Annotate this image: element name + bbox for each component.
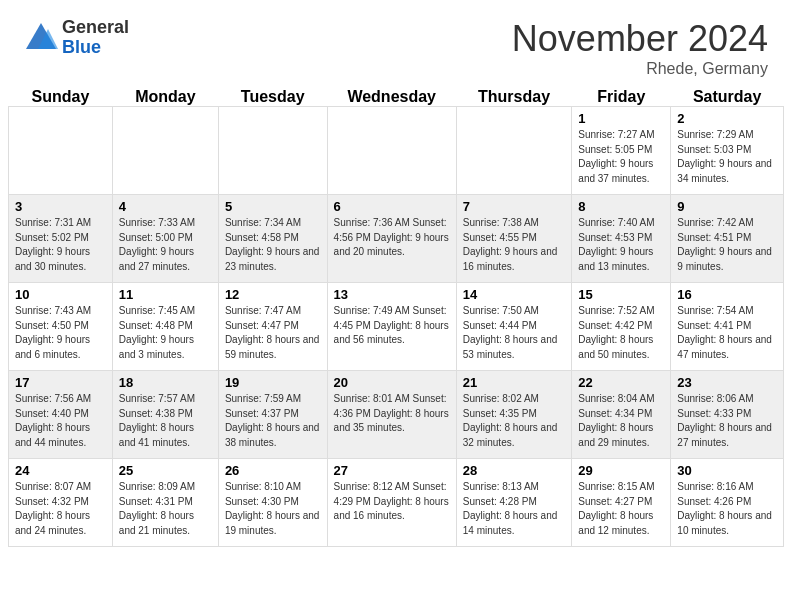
table-row: 26Sunrise: 8:10 AM Sunset: 4:30 PM Dayli…	[218, 459, 327, 547]
day-info: Sunrise: 7:52 AM Sunset: 4:42 PM Dayligh…	[578, 304, 664, 362]
day-number: 26	[225, 463, 321, 478]
title-block: November 2024 Rhede, Germany	[512, 18, 768, 78]
day-number: 23	[677, 375, 777, 390]
page-container: General Blue November 2024 Rhede, German…	[0, 0, 792, 567]
day-number: 18	[119, 375, 212, 390]
calendar-week-row: 10Sunrise: 7:43 AM Sunset: 4:50 PM Dayli…	[9, 283, 784, 371]
table-row: 4Sunrise: 7:33 AM Sunset: 5:00 PM Daylig…	[112, 195, 218, 283]
table-row: 2Sunrise: 7:29 AM Sunset: 5:03 PM Daylig…	[671, 107, 784, 195]
day-number: 24	[15, 463, 106, 478]
day-number: 6	[334, 199, 450, 214]
table-row: 27Sunrise: 8:12 AM Sunset: 4:29 PM Dayli…	[327, 459, 456, 547]
day-info: Sunrise: 7:31 AM Sunset: 5:02 PM Dayligh…	[15, 216, 106, 274]
table-row: 23Sunrise: 8:06 AM Sunset: 4:33 PM Dayli…	[671, 371, 784, 459]
day-number: 27	[334, 463, 450, 478]
day-info: Sunrise: 8:16 AM Sunset: 4:26 PM Dayligh…	[677, 480, 777, 538]
table-row: 10Sunrise: 7:43 AM Sunset: 4:50 PM Dayli…	[9, 283, 113, 371]
table-row: 1Sunrise: 7:27 AM Sunset: 5:05 PM Daylig…	[572, 107, 671, 195]
day-number: 17	[15, 375, 106, 390]
day-number: 25	[119, 463, 212, 478]
table-row: 14Sunrise: 7:50 AM Sunset: 4:44 PM Dayli…	[456, 283, 572, 371]
day-number: 9	[677, 199, 777, 214]
table-row: 25Sunrise: 8:09 AM Sunset: 4:31 PM Dayli…	[112, 459, 218, 547]
logo-blue: Blue	[62, 38, 129, 58]
table-row: 29Sunrise: 8:15 AM Sunset: 4:27 PM Dayli…	[572, 459, 671, 547]
table-row: 18Sunrise: 7:57 AM Sunset: 4:38 PM Dayli…	[112, 371, 218, 459]
col-friday: Friday	[572, 88, 671, 107]
table-row: 5Sunrise: 7:34 AM Sunset: 4:58 PM Daylig…	[218, 195, 327, 283]
day-info: Sunrise: 8:09 AM Sunset: 4:31 PM Dayligh…	[119, 480, 212, 538]
table-row: 16Sunrise: 7:54 AM Sunset: 4:41 PM Dayli…	[671, 283, 784, 371]
day-number: 2	[677, 111, 777, 126]
day-info: Sunrise: 8:02 AM Sunset: 4:35 PM Dayligh…	[463, 392, 566, 450]
table-row: 24Sunrise: 8:07 AM Sunset: 4:32 PM Dayli…	[9, 459, 113, 547]
day-info: Sunrise: 7:36 AM Sunset: 4:56 PM Dayligh…	[334, 216, 450, 260]
day-number: 13	[334, 287, 450, 302]
day-number: 20	[334, 375, 450, 390]
day-number: 19	[225, 375, 321, 390]
table-row: 7Sunrise: 7:38 AM Sunset: 4:55 PM Daylig…	[456, 195, 572, 283]
logo: General Blue	[24, 18, 129, 58]
day-number: 4	[119, 199, 212, 214]
table-row: 12Sunrise: 7:47 AM Sunset: 4:47 PM Dayli…	[218, 283, 327, 371]
day-info: Sunrise: 8:12 AM Sunset: 4:29 PM Dayligh…	[334, 480, 450, 524]
day-info: Sunrise: 7:57 AM Sunset: 4:38 PM Dayligh…	[119, 392, 212, 450]
day-info: Sunrise: 7:34 AM Sunset: 4:58 PM Dayligh…	[225, 216, 321, 274]
table-row	[327, 107, 456, 195]
logo-general: General	[62, 18, 129, 38]
day-info: Sunrise: 8:06 AM Sunset: 4:33 PM Dayligh…	[677, 392, 777, 450]
calendar-week-row: 3Sunrise: 7:31 AM Sunset: 5:02 PM Daylig…	[9, 195, 784, 283]
day-number: 3	[15, 199, 106, 214]
day-info: Sunrise: 8:04 AM Sunset: 4:34 PM Dayligh…	[578, 392, 664, 450]
day-info: Sunrise: 7:27 AM Sunset: 5:05 PM Dayligh…	[578, 128, 664, 186]
day-info: Sunrise: 8:10 AM Sunset: 4:30 PM Dayligh…	[225, 480, 321, 538]
day-number: 11	[119, 287, 212, 302]
day-number: 30	[677, 463, 777, 478]
table-row: 6Sunrise: 7:36 AM Sunset: 4:56 PM Daylig…	[327, 195, 456, 283]
calendar-week-row: 24Sunrise: 8:07 AM Sunset: 4:32 PM Dayli…	[9, 459, 784, 547]
day-number: 22	[578, 375, 664, 390]
day-number: 12	[225, 287, 321, 302]
table-row: 21Sunrise: 8:02 AM Sunset: 4:35 PM Dayli…	[456, 371, 572, 459]
col-tuesday: Tuesday	[218, 88, 327, 107]
table-row: 8Sunrise: 7:40 AM Sunset: 4:53 PM Daylig…	[572, 195, 671, 283]
table-row	[112, 107, 218, 195]
table-row: 28Sunrise: 8:13 AM Sunset: 4:28 PM Dayli…	[456, 459, 572, 547]
day-info: Sunrise: 7:40 AM Sunset: 4:53 PM Dayligh…	[578, 216, 664, 274]
month-title: November 2024	[512, 18, 768, 60]
page-header: General Blue November 2024 Rhede, German…	[0, 0, 792, 88]
table-row	[9, 107, 113, 195]
day-info: Sunrise: 8:01 AM Sunset: 4:36 PM Dayligh…	[334, 392, 450, 436]
day-number: 21	[463, 375, 566, 390]
day-info: Sunrise: 7:54 AM Sunset: 4:41 PM Dayligh…	[677, 304, 777, 362]
day-info: Sunrise: 7:59 AM Sunset: 4:37 PM Dayligh…	[225, 392, 321, 450]
day-info: Sunrise: 7:49 AM Sunset: 4:45 PM Dayligh…	[334, 304, 450, 348]
table-row: 22Sunrise: 8:04 AM Sunset: 4:34 PM Dayli…	[572, 371, 671, 459]
table-row: 30Sunrise: 8:16 AM Sunset: 4:26 PM Dayli…	[671, 459, 784, 547]
day-number: 10	[15, 287, 106, 302]
calendar-week-row: 1Sunrise: 7:27 AM Sunset: 5:05 PM Daylig…	[9, 107, 784, 195]
logo-text: General Blue	[62, 18, 129, 58]
day-number: 29	[578, 463, 664, 478]
table-row	[218, 107, 327, 195]
day-number: 5	[225, 199, 321, 214]
day-info: Sunrise: 7:50 AM Sunset: 4:44 PM Dayligh…	[463, 304, 566, 362]
day-info: Sunrise: 7:47 AM Sunset: 4:47 PM Dayligh…	[225, 304, 321, 362]
table-row: 11Sunrise: 7:45 AM Sunset: 4:48 PM Dayli…	[112, 283, 218, 371]
col-thursday: Thursday	[456, 88, 572, 107]
col-wednesday: Wednesday	[327, 88, 456, 107]
table-row: 20Sunrise: 8:01 AM Sunset: 4:36 PM Dayli…	[327, 371, 456, 459]
location: Rhede, Germany	[512, 60, 768, 78]
day-info: Sunrise: 7:33 AM Sunset: 5:00 PM Dayligh…	[119, 216, 212, 274]
table-row: 9Sunrise: 7:42 AM Sunset: 4:51 PM Daylig…	[671, 195, 784, 283]
day-info: Sunrise: 7:56 AM Sunset: 4:40 PM Dayligh…	[15, 392, 106, 450]
day-info: Sunrise: 7:43 AM Sunset: 4:50 PM Dayligh…	[15, 304, 106, 362]
day-info: Sunrise: 8:07 AM Sunset: 4:32 PM Dayligh…	[15, 480, 106, 538]
calendar-week-row: 17Sunrise: 7:56 AM Sunset: 4:40 PM Dayli…	[9, 371, 784, 459]
calendar-header-row: Sunday Monday Tuesday Wednesday Thursday…	[9, 88, 784, 107]
day-info: Sunrise: 7:45 AM Sunset: 4:48 PM Dayligh…	[119, 304, 212, 362]
day-number: 16	[677, 287, 777, 302]
logo-icon	[24, 21, 58, 55]
day-info: Sunrise: 8:13 AM Sunset: 4:28 PM Dayligh…	[463, 480, 566, 538]
day-info: Sunrise: 7:38 AM Sunset: 4:55 PM Dayligh…	[463, 216, 566, 274]
